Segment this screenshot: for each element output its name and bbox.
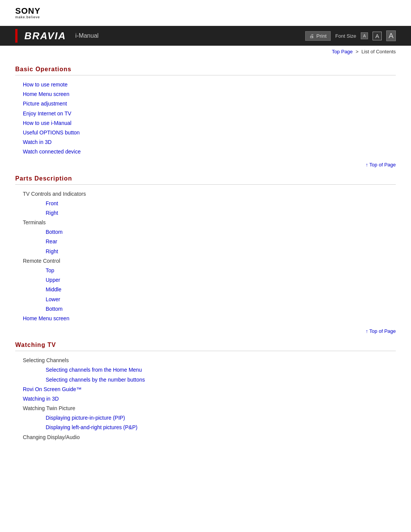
- imanual-label: i-Manual: [75, 32, 99, 39]
- plain-item-watching-tv-0: Selecting Channels: [23, 356, 396, 365]
- nav-link-basic-operations-7[interactable]: Watch connected device: [23, 147, 396, 157]
- sony-logo: SONY: [15, 7, 396, 15]
- nav-link-basic-operations-3[interactable]: Enjoy Internet on TV: [23, 109, 396, 118]
- font-size-label: Font Size: [335, 33, 356, 39]
- nav-link-parts-description-2[interactable]: Right: [46, 208, 396, 218]
- nav-link-parts-description-5[interactable]: Rear: [46, 237, 396, 246]
- section-heading-basic-operations: Basic Operations: [15, 66, 396, 73]
- print-button[interactable]: 🖨 Print: [305, 31, 331, 41]
- sony-tagline: make.believe: [15, 15, 396, 19]
- nav-link-parts-description-4[interactable]: Bottom: [46, 227, 396, 237]
- nav-link-watching-tv-2[interactable]: Selecting channels by the number buttons: [46, 375, 396, 385]
- nav-link-basic-operations-4[interactable]: How to use i-Manual: [23, 118, 396, 128]
- nav-link-watching-tv-6[interactable]: Displaying picture-in-picture (PIP): [46, 413, 396, 423]
- nav-link-watching-tv-4[interactable]: Watching in 3D: [23, 394, 396, 404]
- banner-right: 🖨 Print Font Size A A A: [305, 30, 396, 41]
- nav-link-parts-description-10[interactable]: Middle: [46, 285, 396, 294]
- nav-link-parts-description-13[interactable]: Home Menu screen: [23, 314, 396, 323]
- breadcrumb: Top Page > List of Contents: [0, 46, 411, 56]
- nav-link-parts-description-11[interactable]: Lower: [46, 295, 396, 304]
- top-of-page-area-1: ↑ Top of Page: [15, 325, 396, 335]
- breadcrumb-top-page-link[interactable]: Top Page: [332, 49, 353, 54]
- print-icon: 🖨: [309, 33, 314, 39]
- top-banner: BRAVIA i-Manual 🖨 Print Font Size A A A: [0, 26, 411, 46]
- top-of-page-area-0: ↑ Top of Page: [15, 158, 396, 169]
- nav-link-parts-description-1[interactable]: Front: [46, 199, 396, 208]
- section-divider-watching-tv: [15, 351, 396, 351]
- red-accent-bar: [15, 29, 18, 43]
- section-divider-basic-operations: [15, 75, 396, 75]
- nav-link-parts-description-6[interactable]: Right: [46, 247, 396, 256]
- font-size-large-button[interactable]: A: [386, 30, 396, 41]
- nav-link-parts-description-9[interactable]: Upper: [46, 275, 396, 285]
- plain-item-watching-tv-8: Changing Display/Audio: [23, 433, 396, 442]
- plain-item-watching-tv-5: Watching Twin Picture: [23, 404, 396, 413]
- section-heading-watching-tv: Watching TV: [15, 342, 396, 348]
- nav-link-watching-tv-1[interactable]: Selecting channels from the Home Menu: [46, 365, 396, 375]
- nav-link-watching-tv-3[interactable]: Rovi On Screen Guide™: [23, 385, 396, 394]
- font-size-medium-button[interactable]: A: [373, 32, 382, 40]
- top-of-page-link-1[interactable]: ↑ Top of Page: [366, 328, 396, 334]
- nav-link-watching-tv-7[interactable]: Displaying left-and-right pictures (P&P): [46, 423, 396, 432]
- section-parts-description: Parts DescriptionTV Controls and Indicat…: [15, 175, 396, 336]
- nav-link-basic-operations-0[interactable]: How to use remote: [23, 80, 396, 89]
- breadcrumb-current: List of Contents: [362, 49, 396, 54]
- plain-item-parts-description-3: Terminals: [23, 218, 396, 227]
- logo-area: SONY make.believe: [0, 0, 411, 23]
- nav-link-basic-operations-5[interactable]: Useful OPTIONS button: [23, 128, 396, 137]
- print-label: Print: [316, 33, 327, 39]
- plain-item-parts-description-7: Remote Control: [23, 256, 396, 266]
- nav-link-parts-description-8[interactable]: Top: [46, 266, 396, 275]
- section-watching-tv: Watching TVSelecting ChannelsSelecting c…: [15, 342, 396, 442]
- font-size-small-button[interactable]: A: [361, 32, 368, 39]
- bravia-logo: BRAVIA: [24, 30, 66, 42]
- section-heading-parts-description: Parts Description: [15, 175, 396, 182]
- main-content: Basic OperationsHow to use remoteHome Me…: [0, 56, 411, 451]
- breadcrumb-separator: >: [355, 49, 358, 54]
- banner-left: BRAVIA i-Manual: [15, 29, 99, 43]
- nav-link-basic-operations-1[interactable]: Home Menu screen: [23, 89, 396, 99]
- nav-link-basic-operations-6[interactable]: Watch in 3D: [23, 137, 396, 147]
- section-divider-parts-description: [15, 184, 396, 185]
- plain-item-parts-description-0: TV Controls and Indicators: [23, 189, 396, 199]
- section-basic-operations: Basic OperationsHow to use remoteHome Me…: [15, 66, 396, 169]
- nav-link-basic-operations-2[interactable]: Picture adjustment: [23, 99, 396, 109]
- top-of-page-link-0[interactable]: ↑ Top of Page: [366, 162, 396, 168]
- nav-link-parts-description-12[interactable]: Bottom: [46, 304, 396, 314]
